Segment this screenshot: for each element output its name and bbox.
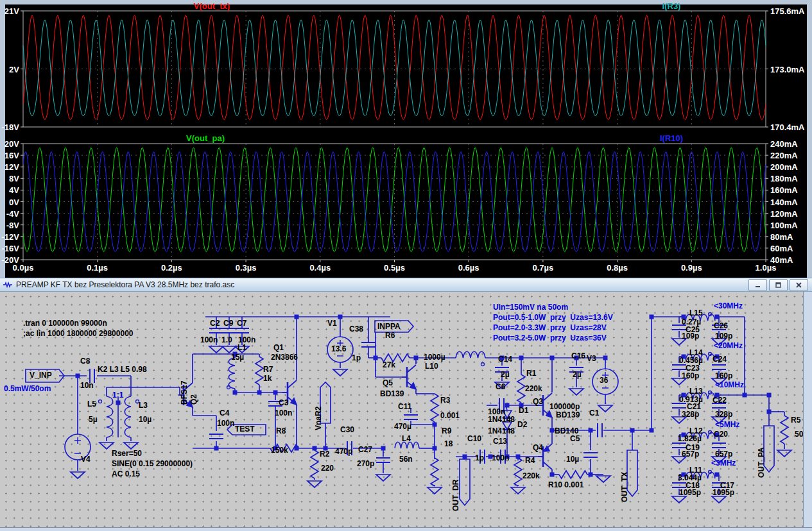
schematic-text[interactable]: 10n [80,382,94,390]
schematic-text[interactable]: R7 [263,366,273,374]
schematic-text[interactable]: C6 [496,383,505,391]
schematic-text[interactable]: R6 [385,332,395,340]
close-button[interactable] [790,279,808,291]
schematic-text[interactable]: VnaR2 [315,407,323,430]
schematic-text[interactable]: 470p [335,448,352,456]
schematic-text[interactable]: 100n [492,454,509,462]
schematic-text[interactable]: V1 [327,319,337,328]
schematic-canvas[interactable]: .tran 0 100000n 99000n;ac lin 1000 18000… [0,292,804,527]
schematic-text[interactable]: C2 [210,319,220,328]
restore-button[interactable] [769,279,788,291]
schematic-text[interactable]: SINE(0 0.15 29000000) [112,460,193,468]
schematic-text[interactable]: C27 [358,446,372,454]
schematic-text[interactable]: Uin=150mV na 50om [493,303,568,312]
schematic-text[interactable]: C13 [493,437,507,446]
schematic-text[interactable]: 160p [715,372,732,380]
schematic-text[interactable]: 15µ [231,353,244,362]
schematic-text[interactable]: <3MHz [711,459,736,468]
schematic-text[interactable]: 0.001 [440,412,460,420]
schematic-text[interactable]: C3 [279,399,288,407]
schematic-text[interactable]: 270p [357,460,374,468]
trace-label[interactable]: V(out_tx) [167,1,257,11]
schematic-text[interactable]: 109p [682,332,699,341]
schematic-text[interactable]: ;ac lin 1000 1800000 29800000 [23,330,133,338]
schematic-text[interactable]: 27k [383,361,395,369]
schematic-text[interactable]: 657p [715,450,732,459]
schematic-text[interactable]: 1.0 [221,336,232,344]
schematic-text[interactable]: R5 [791,416,800,425]
trace-label[interactable]: I(R3) [626,1,716,11]
schematic-text[interactable]: C20 [714,430,728,439]
schematic-text[interactable]: K2 L3 L5 0.98 [98,366,147,374]
schematic-text[interactable]: 328p [715,410,732,419]
schematic-text[interactable]: 328p [682,410,699,419]
schematic-text[interactable]: C16 [571,352,585,360]
schematic-text[interactable]: C10 [467,435,481,443]
schematic-text[interactable]: <20MHz [714,342,743,350]
schematic-text[interactable]: 470µ [394,423,411,431]
schematic-text[interactable]: 1:1 [112,391,123,400]
schematic-text[interactable]: 100n [217,419,234,428]
schematic-text[interactable]: R9 [442,427,451,435]
schematic-text[interactable]: R4 [525,457,535,465]
schematic-text[interactable]: 220k [525,385,542,393]
schematic-text[interactable]: 10µ [139,416,151,424]
trace-label[interactable]: V(out_pa) [160,133,250,143]
schematic-text[interactable]: L10 [425,362,438,371]
schematic-text[interactable]: D1 [519,407,528,415]
schematic-text[interactable]: 18 [444,440,453,448]
schematic-titlebar[interactable]: PREAMP KF TX bez Preselektora PA V3 28.5… [0,278,812,292]
schematic-text[interactable]: Q1 [273,344,284,352]
schematic-text[interactable]: R8 [276,427,286,435]
schematic-text[interactable]: 1p [475,454,484,462]
schematic-text[interactable]: <5MHz [715,421,739,429]
schematic-text[interactable]: R1 [526,369,536,378]
schematic-text[interactable]: C4 [220,409,229,417]
schematic-text[interactable]: 100n [200,336,218,344]
schematic-text[interactable]: 1p [352,354,361,362]
schematic-text[interactable]: 2N3866 [271,353,298,362]
schematic-text[interactable]: C22 [713,396,727,405]
schematic-text[interactable]: C1 [589,409,599,417]
schematic-text[interactable]: 1.826µ [678,435,702,443]
schematic-text[interactable]: .tran 0 100000n 99000n [23,319,107,328]
schematic-text[interactable]: R10 0.001 [548,481,583,489]
schematic-text[interactable]: Rser=50 [112,450,142,458]
schematic-text[interactable]: Pout=0.5-1.0W przy Uzas=13.6V [493,314,613,322]
schematic-text[interactable]: 657p [682,450,699,459]
schematic-text[interactable]: <30MHz [714,302,743,310]
schematic-text[interactable]: <10MHz [715,381,744,389]
schematic-text[interactable]: C14 [498,355,512,364]
schematic-text[interactable]: 2µ [501,371,510,379]
schematic-text[interactable]: 1095p [713,489,734,497]
schematic-text[interactable]: C5 [570,435,580,443]
schematic-text[interactable]: C8 [80,357,90,366]
schematic-text[interactable]: OUT_TX [621,472,629,502]
schematic-text[interactable]: INPPA [377,323,401,331]
schematic-text[interactable]: V_INP [30,371,52,380]
schematic-text[interactable]: OUT_DR [452,480,460,511]
schematic-text[interactable]: L5 [87,400,96,409]
schematic-text[interactable]: 109p [715,332,732,341]
schematic-text[interactable]: L3 [139,401,148,410]
schematic-text[interactable]: 10µ [566,455,579,464]
schematic-text[interactable]: 2µ [573,371,582,379]
schematic-text[interactable]: AC 0.15 [112,470,140,478]
schematic-text[interactable]: R3 [440,396,450,405]
schematic-text[interactable]: L15 [689,309,703,317]
schematic-text[interactable]: OUT_PA [757,447,766,478]
schematic-text[interactable]: 1N4148 [488,427,515,435]
schematic-text[interactable]: 100n [275,409,292,417]
schematic-text[interactable]: L1 [238,344,246,352]
schematic-text[interactable]: 13.6 [331,345,346,353]
schematic-text[interactable]: Q4 [533,444,543,452]
schematic-text[interactable]: C24 [713,355,727,364]
schematic-text[interactable]: 160p [682,372,699,380]
schematic-text[interactable]: 1095p [679,489,701,497]
schematic-text[interactable]: V3 [587,355,596,363]
schematic-text[interactable]: 1k [263,375,272,383]
schematic-text[interactable]: L4 [402,435,411,443]
schematic-text[interactable]: TEST [235,425,255,434]
schematic-text[interactable]: Pout=3.2-5.0W przy Uzas=36V [493,334,607,342]
schematic-text[interactable]: C26 [714,322,728,330]
